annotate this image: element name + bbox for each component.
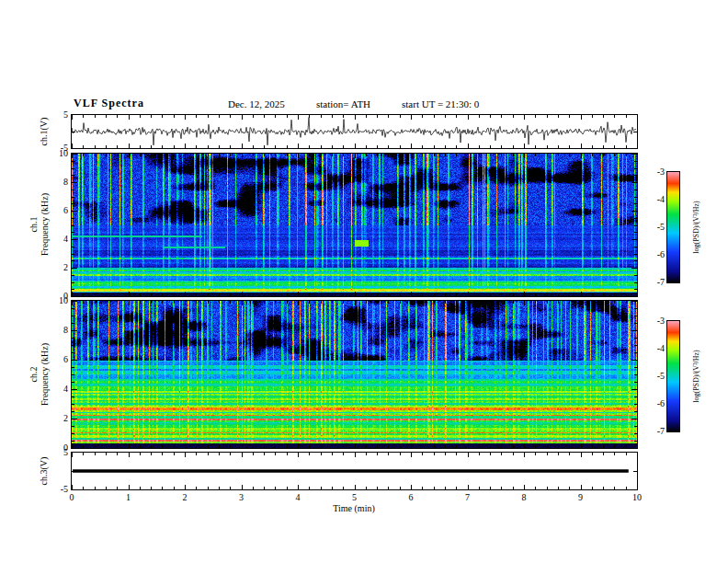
x-tick-label: 4 [296, 492, 301, 502]
y-tick-label: 5 [63, 447, 68, 457]
colorbar-ch1 [666, 171, 680, 283]
colorbar-ch2-canvas [667, 321, 679, 431]
x-tick-label: 1 [126, 492, 131, 502]
ch1-spectrogram-canvas [72, 154, 637, 296]
ch1-spectrogram-panel [71, 153, 638, 297]
ch1-waveform-canvas [72, 115, 637, 148]
y-tick-label: -7 [657, 426, 665, 436]
y-tick-label: 6 [63, 354, 68, 364]
vlf-spectra-figure: VLF Spectra Dec. 12, 2025 station= ATH s… [0, 0, 728, 563]
y-tick-label: 10 [59, 295, 68, 305]
ch3-waveform-canvas [72, 453, 637, 489]
y-tick-label: 4 [63, 234, 68, 244]
x-tick-label: 7 [465, 492, 470, 502]
y-tick-label: 8 [63, 325, 68, 335]
ch1-channel-label: ch.1 [28, 217, 39, 233]
x-tick-label: 0 [70, 492, 74, 502]
y-tick-label: -6 [657, 398, 665, 408]
ch1-voltage-axis-label: ch.1(V) [39, 118, 49, 146]
start-ut-label: start UT = 21:30: 0 [402, 98, 479, 109]
y-tick-label: -4 [657, 194, 665, 204]
y-tick-label: -5 [61, 143, 68, 153]
figure-title: VLF Spectra [74, 97, 144, 110]
y-tick-label: -3 [657, 316, 665, 326]
colorbar-ch1-canvas [667, 172, 679, 282]
ch2-channel-label: ch.2 [28, 367, 39, 383]
y-tick-label: 2 [63, 262, 68, 272]
x-tick-label: 5 [352, 492, 357, 502]
ch3-voltage-axis-label: ch.3(V) [39, 457, 49, 486]
colorbar-ch2 [666, 320, 680, 432]
time-axis-label: Time (min) [333, 503, 374, 513]
ch1-waveform-panel [71, 114, 638, 149]
y-tick-label: -4 [657, 343, 665, 353]
y-tick-label: -6 [657, 249, 665, 259]
x-tick-label: 8 [522, 492, 527, 502]
y-tick-label: -7 [657, 277, 665, 287]
y-tick-label: -5 [657, 222, 665, 232]
x-tick-label: 9 [578, 492, 583, 502]
x-tick-label: 2 [183, 492, 188, 502]
y-tick-label: -5 [657, 371, 665, 381]
date-label: Dec. 12, 2025 [228, 98, 285, 109]
y-tick-label: 4 [63, 384, 68, 394]
colorbar-ch2-label: log(PSD)/(V²/Hz) [692, 350, 700, 403]
y-tick-label: 8 [63, 177, 68, 187]
ch2-frequency-axis-label: Frequency (kHz) [40, 343, 50, 406]
x-tick-label: 6 [409, 492, 414, 502]
y-tick-label: 6 [63, 205, 68, 215]
colorbar-ch1-label: log(PSD)/(V²/Hz) [692, 201, 700, 254]
x-tick-label: 3 [239, 492, 244, 502]
ch3-waveform-panel [71, 452, 638, 490]
y-tick-label: 2 [63, 413, 68, 423]
y-tick-label: -3 [657, 167, 665, 177]
ch1-frequency-axis-label: Frequency (kHz) [40, 193, 50, 256]
ch2-spectrogram-canvas [72, 301, 637, 448]
station-label: station= ATH [316, 98, 370, 109]
ch2-spectrogram-panel [71, 300, 638, 449]
y-tick-label: 5 [63, 109, 68, 120]
y-tick-label: -5 [61, 484, 68, 494]
x-tick-label: 10 [632, 492, 642, 502]
